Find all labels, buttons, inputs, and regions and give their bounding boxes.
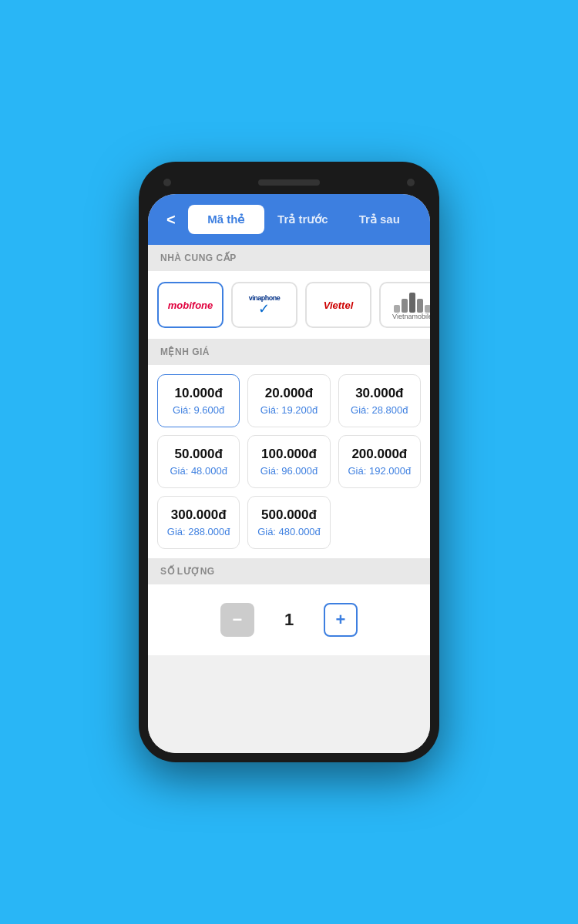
provider-mobifone[interactable]: mobifone <box>157 282 223 328</box>
phone-notch <box>148 171 430 194</box>
denom-10000-value: 10.000đ <box>166 386 231 401</box>
denom-300000-price: Giá: 288.000đ <box>166 526 231 537</box>
denom-500000[interactable]: 500.000đ Giá: 480.000đ <box>247 496 330 549</box>
mobifone-logo: mobifone <box>168 300 213 311</box>
viettel-logo: Viettel <box>324 300 354 311</box>
denom-30000-price: Giá: 28.800đ <box>347 404 412 416</box>
tab-tra-truoc[interactable]: Trả trước <box>264 205 341 234</box>
quantity-section: − 1 + <box>148 584 430 655</box>
denominations-section-label: MỆNH GIÁ <box>148 339 430 365</box>
denom-100000-price: Giá: 96.000đ <box>256 465 321 477</box>
denom-100000-value: 100.000đ <box>256 447 321 462</box>
denom-20000-value: 20.000đ <box>256 386 321 401</box>
speaker-icon <box>258 179 320 186</box>
content-area: NHÀ CUNG CẤP mobifone vinaphone ✓ <box>148 245 430 753</box>
phone-frame: < Mã thẻ Trả trước Trả sau NHÀ CUNG CẤP … <box>139 162 439 762</box>
camera-right-icon <box>407 179 415 186</box>
header: < Mã thẻ Trả trước Trả sau <box>148 194 430 245</box>
tab-ma-the[interactable]: Mã thẻ <box>188 205 264 234</box>
providers-row: mobifone vinaphone ✓ Viettel <box>148 271 430 339</box>
denom-50000-price: Giá: 48.000đ <box>166 465 231 477</box>
back-button[interactable]: < <box>160 209 182 230</box>
denom-20000[interactable]: 20.000đ Giá: 19.200đ <box>247 374 330 427</box>
quantity-increase-button[interactable]: + <box>324 603 358 637</box>
denom-30000-value: 30.000đ <box>347 386 412 401</box>
denom-500000-value: 500.000đ <box>256 507 321 523</box>
denom-50000-value: 50.000đ <box>166 447 231 462</box>
denom-500000-price: Giá: 480.000đ <box>256 526 321 537</box>
tab-tra-sau[interactable]: Trả sau <box>341 205 418 234</box>
quantity-value: 1 <box>277 610 301 630</box>
denom-300000-value: 300.000đ <box>166 507 231 523</box>
tab-bar: Mã thẻ Trả trước Trả sau <box>188 205 418 234</box>
quantity-row: − 1 + <box>160 597 418 643</box>
vinaphone-check-icon: ✓ <box>258 302 270 316</box>
denom-10000[interactable]: 10.000đ Giá: 9.600đ <box>157 374 240 427</box>
providers-section-label: NHÀ CUNG CẤP <box>148 245 430 271</box>
provider-vietnamobile[interactable]: Vietnamobile <box>379 282 430 328</box>
quantity-decrease-button[interactable]: − <box>220 603 254 637</box>
quantity-section-label: SỐ LƯỢNG <box>148 558 430 584</box>
denom-10000-price: Giá: 9.600đ <box>166 404 231 416</box>
denom-20000-price: Giá: 19.200đ <box>256 404 321 416</box>
denom-100000[interactable]: 100.000đ Giá: 96.000đ <box>247 435 330 488</box>
denom-200000[interactable]: 200.000đ Giá: 192.000đ <box>338 435 421 488</box>
vietnamobile-bars <box>394 290 430 313</box>
denom-50000[interactable]: 50.000đ Giá: 48.000đ <box>157 435 240 488</box>
camera-left-icon <box>163 179 171 186</box>
vietnamobile-text: Vietnamobile <box>392 313 430 320</box>
denom-30000[interactable]: 30.000đ Giá: 28.800đ <box>338 374 421 427</box>
provider-vinaphone[interactable]: vinaphone ✓ <box>231 282 297 328</box>
phone-screen: < Mã thẻ Trả trước Trả sau NHÀ CUNG CẤP … <box>148 194 430 753</box>
denom-200000-price: Giá: 192.000đ <box>347 465 412 477</box>
denominations-grid: 10.000đ Giá: 9.600đ 20.000đ Giá: 19.200đ… <box>148 365 430 558</box>
denom-300000[interactable]: 300.000đ Giá: 288.000đ <box>157 496 240 549</box>
provider-viettel[interactable]: Viettel <box>305 282 371 328</box>
denom-200000-value: 200.000đ <box>347 447 412 462</box>
